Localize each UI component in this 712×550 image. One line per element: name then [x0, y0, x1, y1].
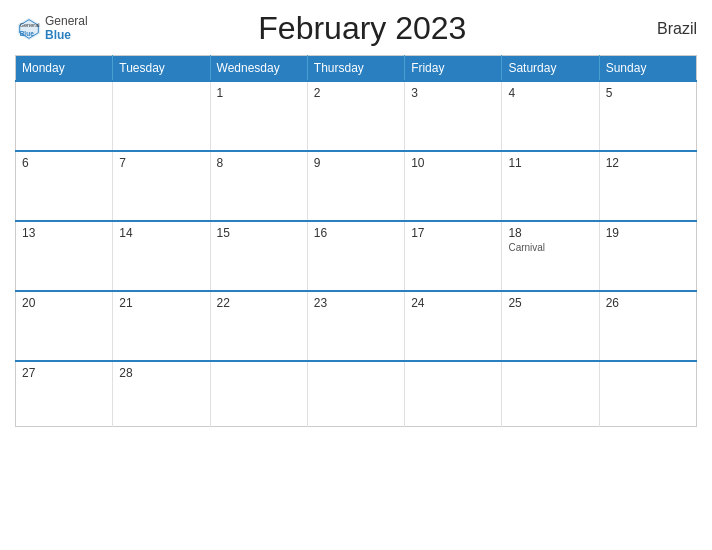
calendar-page: General Blue General Blue February 2023 … — [0, 0, 712, 550]
logo-text: General Blue — [45, 15, 88, 41]
logo: General Blue General Blue — [15, 15, 88, 43]
calendar-cell — [113, 81, 210, 151]
weekday-header-thursday: Thursday — [307, 56, 404, 82]
calendar-cell: 16 — [307, 221, 404, 291]
calendar-cell: 3 — [405, 81, 502, 151]
day-number: 21 — [119, 296, 203, 310]
week-row-4: 20212223242526 — [16, 291, 697, 361]
day-number: 25 — [508, 296, 592, 310]
calendar-cell: 20 — [16, 291, 113, 361]
calendar-cell: 14 — [113, 221, 210, 291]
calendar-cell — [307, 361, 404, 426]
calendar-table: MondayTuesdayWednesdayThursdayFridaySatu… — [15, 55, 697, 427]
calendar-cell: 12 — [599, 151, 696, 221]
calendar-cell: 27 — [16, 361, 113, 426]
day-number: 24 — [411, 296, 495, 310]
day-number: 4 — [508, 86, 592, 100]
calendar-cell: 22 — [210, 291, 307, 361]
day-number: 9 — [314, 156, 398, 170]
week-row-5: 2728 — [16, 361, 697, 426]
calendar-cell: 10 — [405, 151, 502, 221]
calendar-cell: 18Carnival — [502, 221, 599, 291]
weekday-header-monday: Monday — [16, 56, 113, 82]
day-number: 23 — [314, 296, 398, 310]
calendar-title: February 2023 — [88, 10, 637, 47]
week-row-2: 6789101112 — [16, 151, 697, 221]
day-number: 5 — [606, 86, 690, 100]
logo-blue-text: Blue — [45, 29, 88, 42]
calendar-cell: 19 — [599, 221, 696, 291]
calendar-cell: 8 — [210, 151, 307, 221]
calendar-cell: 1 — [210, 81, 307, 151]
weekday-header-wednesday: Wednesday — [210, 56, 307, 82]
header: General Blue General Blue February 2023 … — [15, 10, 697, 47]
week-row-1: 12345 — [16, 81, 697, 151]
calendar-cell: 6 — [16, 151, 113, 221]
calendar-cell: 17 — [405, 221, 502, 291]
calendar-cell: 26 — [599, 291, 696, 361]
day-number: 18 — [508, 226, 592, 240]
country-label: Brazil — [637, 20, 697, 38]
calendar-cell: 9 — [307, 151, 404, 221]
day-number: 7 — [119, 156, 203, 170]
day-number: 13 — [22, 226, 106, 240]
day-number: 17 — [411, 226, 495, 240]
weekday-header-tuesday: Tuesday — [113, 56, 210, 82]
calendar-cell — [502, 361, 599, 426]
week-row-3: 131415161718Carnival19 — [16, 221, 697, 291]
svg-text:Blue: Blue — [20, 29, 34, 36]
weekday-header-sunday: Sunday — [599, 56, 696, 82]
calendar-cell: 5 — [599, 81, 696, 151]
day-number: 8 — [217, 156, 301, 170]
calendar-cell: 25 — [502, 291, 599, 361]
calendar-cell: 7 — [113, 151, 210, 221]
logo-icon: General Blue — [15, 15, 43, 43]
day-number: 20 — [22, 296, 106, 310]
calendar-cell: 15 — [210, 221, 307, 291]
day-number: 10 — [411, 156, 495, 170]
day-number: 11 — [508, 156, 592, 170]
day-number: 28 — [119, 366, 203, 380]
day-number: 26 — [606, 296, 690, 310]
day-number: 1 — [217, 86, 301, 100]
calendar-cell: 4 — [502, 81, 599, 151]
calendar-cell — [210, 361, 307, 426]
calendar-cell — [599, 361, 696, 426]
calendar-cell: 11 — [502, 151, 599, 221]
day-number: 19 — [606, 226, 690, 240]
logo-general-text: General — [45, 15, 88, 28]
calendar-cell: 21 — [113, 291, 210, 361]
calendar-cell: 2 — [307, 81, 404, 151]
day-number: 3 — [411, 86, 495, 100]
calendar-cell — [405, 361, 502, 426]
day-number: 2 — [314, 86, 398, 100]
calendar-cell: 24 — [405, 291, 502, 361]
day-number: 15 — [217, 226, 301, 240]
day-number: 12 — [606, 156, 690, 170]
weekday-header-friday: Friday — [405, 56, 502, 82]
svg-text:General: General — [20, 22, 40, 28]
calendar-cell — [16, 81, 113, 151]
weekday-header-saturday: Saturday — [502, 56, 599, 82]
calendar-cell: 28 — [113, 361, 210, 426]
day-number: 14 — [119, 226, 203, 240]
event-label: Carnival — [508, 242, 592, 253]
calendar-cell: 13 — [16, 221, 113, 291]
day-number: 22 — [217, 296, 301, 310]
calendar-cell: 23 — [307, 291, 404, 361]
day-number: 6 — [22, 156, 106, 170]
day-number: 27 — [22, 366, 106, 380]
day-number: 16 — [314, 226, 398, 240]
weekday-header-row: MondayTuesdayWednesdayThursdayFridaySatu… — [16, 56, 697, 82]
